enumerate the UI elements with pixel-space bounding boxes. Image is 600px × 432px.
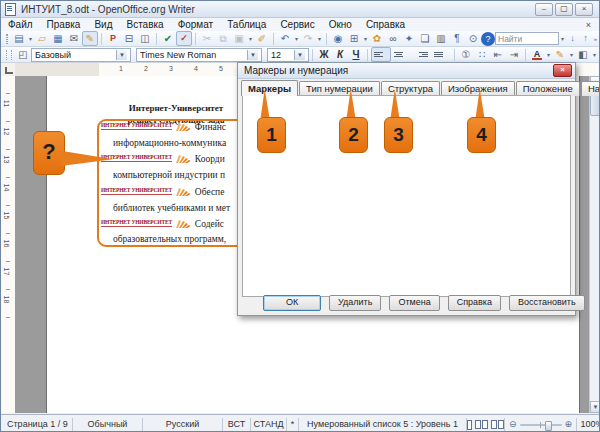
highlighting-dropdown-icon[interactable]: ▾ (568, 51, 575, 58)
page-indicator[interactable]: Страница 1 / 9 (1, 418, 73, 431)
find-dropdown-icon[interactable]: ▾ (559, 35, 566, 42)
menu-window[interactable]: Окно (322, 19, 359, 30)
paste-dropdown-icon[interactable]: ▾ (247, 35, 254, 42)
increase-indent-icon[interactable]: ⇥ (506, 47, 522, 62)
tab-stop-selector[interactable] (1, 63, 16, 77)
menu-view[interactable]: Вид (87, 19, 119, 30)
tab-outline[interactable]: Структура (381, 81, 440, 96)
menu-format[interactable]: Формат (171, 19, 221, 30)
combo-dropdown-icon[interactable]: ▼ (294, 50, 305, 60)
toolbar-overflow-icon[interactable]: » (592, 36, 599, 42)
close-button[interactable]: × (575, 3, 593, 16)
find-next-icon[interactable]: ↓ (566, 32, 579, 45)
styles-window-icon[interactable]: ◰ (15, 47, 31, 62)
auto-spellcheck-icon[interactable]: ✓ (176, 31, 192, 46)
nonprinting-characters-icon[interactable]: ¶ (449, 31, 465, 46)
bullet-list-icon[interactable]: ∷ (474, 47, 490, 62)
numbered-list-icon[interactable]: ① (458, 47, 474, 62)
close-document-button[interactable]: × (582, 20, 595, 30)
copy-icon[interactable]: ⧉ (215, 31, 231, 46)
zoom-icon[interactable]: ⊙ (465, 31, 481, 46)
insert-mode-indicator[interactable]: ВСТ (223, 418, 251, 431)
language-indicator[interactable]: Русский (143, 418, 223, 431)
zoom-out-icon[interactable]: ⊖ (509, 418, 517, 431)
dialog-title-bar[interactable]: Маркеры и нумерация × (238, 63, 575, 79)
combo-dropdown-icon[interactable]: ▼ (247, 50, 258, 60)
reset-button[interactable]: Восстановить (509, 295, 585, 311)
ok-button[interactable]: ОК (263, 295, 321, 311)
zoom-in-icon[interactable]: ⊕ (565, 418, 573, 431)
scroll-down-icon[interactable]: ▼ (590, 401, 600, 413)
page-preview-icon[interactable]: ◫ (137, 31, 153, 46)
undo-dropdown-icon[interactable]: ▾ (293, 35, 300, 42)
font-name-combo[interactable]: Times New Roman▼ (136, 48, 262, 62)
export-pdf-icon[interactable]: P (105, 31, 121, 46)
tab-numbering-type[interactable]: Тип нумерации (299, 81, 380, 96)
cut-icon[interactable]: ✂ (199, 31, 215, 46)
font-size-combo[interactable]: 12▼ (267, 48, 309, 62)
underline-icon[interactable]: Ч (348, 47, 364, 62)
format-paintbrush-icon[interactable]: ✐ (254, 31, 270, 46)
menu-table[interactable]: Таблица (220, 19, 273, 30)
document-as-email-icon[interactable]: ✉ (66, 31, 82, 46)
undo-icon[interactable]: ↶ (277, 31, 293, 46)
page-style-indicator[interactable]: Обычный (73, 418, 143, 431)
menu-help[interactable]: Справка (359, 19, 412, 30)
justify-icon[interactable] (431, 47, 451, 62)
menu-insert[interactable]: Вставка (119, 19, 170, 30)
table-dropdown-icon[interactable]: ▾ (362, 35, 369, 42)
print-icon[interactable]: ⊟ (121, 31, 137, 46)
gallery-icon[interactable]: ❏ (417, 31, 433, 46)
new-document-dropdown-icon[interactable]: ▾ (27, 35, 34, 42)
tab-options[interactable]: Настройки (581, 81, 600, 96)
save-icon[interactable]: ▦ (50, 31, 66, 46)
new-document-icon[interactable]: ▤ (11, 31, 27, 46)
dialog-close-icon[interactable]: × (553, 64, 572, 77)
navigator-icon[interactable]: ✦ (401, 31, 417, 46)
tab-bullets[interactable]: Маркеры (241, 80, 298, 96)
find-input[interactable] (495, 32, 559, 45)
align-right-icon[interactable] (411, 47, 431, 62)
find-replace-icon[interactable]: ∞ (385, 31, 401, 46)
menu-edit[interactable]: Правка (40, 19, 88, 30)
highlighting-icon[interactable]: ✎ (552, 47, 568, 62)
vertical-scrollbar[interactable]: ▲ ▼ (589, 76, 600, 413)
italic-icon[interactable]: К (332, 47, 348, 62)
zoom-slider[interactable] (520, 424, 562, 426)
bold-icon[interactable]: Ж (316, 47, 332, 62)
spellcheck-icon[interactable]: ✔ (160, 31, 176, 46)
toolbar-handle[interactable] (6, 50, 12, 60)
maximize-button[interactable]: ▢ (555, 3, 573, 16)
align-left-icon[interactable] (371, 47, 391, 62)
open-icon[interactable]: ▱ (34, 31, 50, 46)
cancel-button[interactable]: Отмена (389, 295, 439, 311)
font-color-icon[interactable]: А (529, 47, 545, 62)
help-button[interactable]: Справка (448, 295, 501, 311)
decrease-indent-icon[interactable]: ⇤ (490, 47, 506, 62)
book-view-icon[interactable] (491, 420, 504, 429)
menu-file[interactable]: Файл (1, 19, 40, 30)
multi-page-view-icon[interactable] (475, 420, 488, 429)
data-sources-icon[interactable]: ▥ (433, 31, 449, 46)
minimize-button[interactable]: ‒ (535, 3, 553, 16)
tab-graphics[interactable]: Изображения (441, 81, 515, 96)
vertical-ruler[interactable]: 11 12 13 14 15 16 17 18 (1, 76, 16, 413)
delete-button[interactable]: Удалить (329, 295, 381, 311)
redo-icon[interactable]: ↷ (300, 31, 316, 46)
hyperlink-icon[interactable]: ◉ (330, 31, 346, 46)
paste-icon[interactable]: ▣ (231, 31, 247, 46)
font-color-dropdown-icon[interactable]: ▾ (545, 51, 552, 58)
redo-dropdown-icon[interactable]: ▾ (316, 35, 323, 42)
selection-mode-indicator[interactable]: СТАНД (251, 418, 287, 431)
zoom-level[interactable]: 100% (577, 418, 600, 431)
align-center-icon[interactable] (391, 47, 411, 62)
edit-file-icon[interactable]: ✎ (82, 31, 98, 46)
background-color-dropdown-icon[interactable]: ▾ (591, 51, 598, 58)
combo-dropdown-icon[interactable]: ▼ (116, 50, 127, 60)
draw-functions-icon[interactable]: ✿ (369, 31, 385, 46)
tab-position[interactable]: Положение (516, 81, 580, 96)
toolbar-handle[interactable] (6, 34, 8, 44)
single-page-view-icon[interactable] (467, 420, 472, 430)
background-color-icon[interactable]: ◧ (575, 47, 591, 62)
table-icon[interactable]: ⊞ (346, 31, 362, 46)
